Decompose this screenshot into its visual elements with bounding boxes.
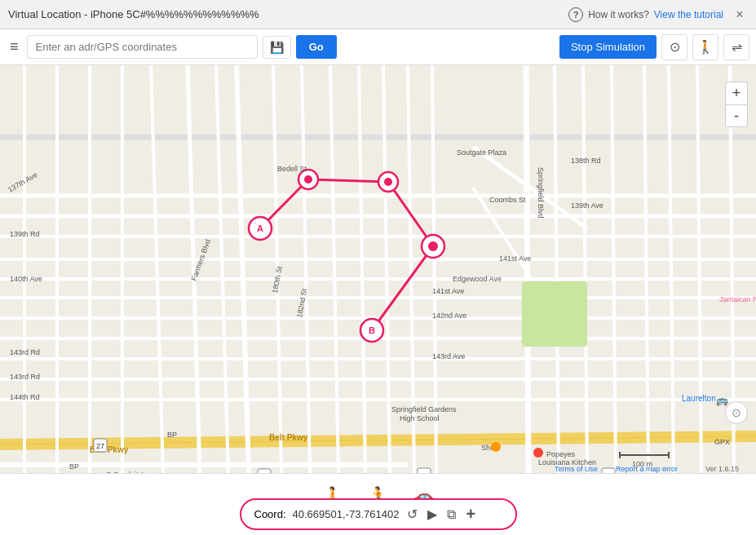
svg-text:144th Rd: 144th Rd [10, 393, 40, 401]
svg-text:Springfield Blvd: Springfield Blvd [537, 167, 545, 219]
coord-value: 40.669501,-73.761402 [293, 508, 400, 520]
svg-text:Soutgate Plaza: Soutgate Plaza [457, 148, 506, 157]
help-icon: ? [568, 7, 583, 22]
svg-text:143rd Rd: 143rd Rd [10, 348, 40, 356]
svg-point-95 [491, 442, 501, 452]
app-title: Virtual Location - iPhone 5C#%%%%%%%%%%%… [8, 8, 568, 20]
svg-rect-0 [0, 65, 756, 473]
svg-text:GPX: GPX [714, 438, 730, 446]
close-button[interactable]: × [732, 7, 748, 23]
svg-text:142nd Ave: 142nd Ave [432, 312, 466, 320]
map-container[interactable]: A B 137th Ave 139th Rd 140th Ave 143rd R… [0, 65, 756, 473]
go-button[interactable]: Go [296, 35, 337, 59]
zoom-in-button[interactable]: + [725, 82, 748, 104]
copy-button[interactable]: ⧉ [445, 506, 458, 524]
svg-text:Coombs St: Coombs St [489, 196, 526, 204]
svg-text:🚌: 🚌 [716, 394, 728, 406]
svg-text:Bedell St: Bedell St [277, 165, 307, 173]
svg-point-54 [384, 178, 392, 186]
svg-rect-42 [522, 281, 587, 347]
svg-text:Laurelton: Laurelton [682, 394, 716, 403]
coord-label: Coord: [254, 508, 286, 520]
svg-text:Springfield Gardens: Springfield Gardens [391, 405, 457, 413]
search-input[interactable] [27, 35, 258, 59]
svg-text:143rd Rd: 143rd Rd [10, 373, 40, 381]
svg-text:Edgewood Ave: Edgewood Ave [453, 275, 502, 283]
svg-text:Terms of Use: Terms of Use [555, 465, 598, 473]
svg-text:A: A [257, 223, 263, 233]
svg-text:140th Ave: 140th Ave [10, 275, 42, 283]
add-point-button[interactable]: + [464, 503, 477, 525]
svg-text:BP: BP [69, 462, 79, 471]
view-tutorial-link[interactable]: View the tutorial [654, 9, 723, 20]
svg-text:Jamaican R: Jamaican R [719, 295, 756, 303]
svg-text:141st Ave: 141st Ave [499, 254, 531, 263]
svg-text:Popeyes: Popeyes [546, 450, 576, 458]
undo-button[interactable]: ↺ [405, 505, 419, 524]
bottom-bar: 🚶 🏃 🚗 Speed: 1.40m/s 5.04km/h Coord: 40.… [0, 473, 756, 535]
svg-text:143rd Ave: 143rd Ave [432, 352, 465, 360]
svg-point-56 [428, 241, 438, 251]
svg-text:High School: High School [400, 414, 440, 422]
svg-text:141st Ave: 141st Ave [432, 287, 464, 295]
svg-point-98 [533, 448, 543, 458]
svg-point-52 [304, 175, 312, 183]
map-mode-dot-button[interactable]: ⊙ [661, 34, 687, 60]
svg-text:139th Ave: 139th Ave [571, 201, 603, 210]
toolbar: ≡ 💾 Go Stop Simulation ⊙ 🚶 ⇌ [0, 29, 756, 65]
svg-text:139th Rd: 139th Rd [10, 230, 40, 238]
save-button[interactable]: 💾 [263, 36, 291, 59]
zoom-controls: + - [725, 82, 748, 127]
menu-icon[interactable]: ≡ [7, 35, 22, 59]
play-button[interactable]: ▶ [426, 505, 439, 524]
stop-simulation-button[interactable]: Stop Simulation [559, 35, 657, 59]
map-mode-route-button[interactable]: ⇌ [723, 34, 749, 60]
svg-text:Belt Pkwy: Belt Pkwy [269, 433, 308, 442]
map-svg: A B 137th Ave 139th Rd 140th Ave 143rd R… [0, 65, 756, 473]
title-bar: Virtual Location - iPhone 5C#%%%%%%%%%%%… [0, 0, 756, 29]
svg-text:Report a map error: Report a map error [616, 465, 678, 473]
svg-text:BP: BP [167, 431, 177, 439]
help-section: ? How it works? View the tutorial [568, 7, 723, 22]
compass[interactable]: ⊙ [725, 401, 748, 424]
map-mode-walk-button[interactable]: 🚶 [692, 34, 718, 60]
zoom-out-button[interactable]: - [725, 104, 748, 127]
svg-text:27: 27 [96, 442, 104, 450]
svg-text:B: B [369, 325, 375, 335]
svg-text:Ver 1.6.15: Ver 1.6.15 [705, 465, 739, 473]
svg-text:138th Rd: 138th Rd [571, 157, 601, 165]
how-it-works-label: How it works? [588, 9, 649, 20]
coord-oval: Coord: 40.669501,-73.761402 ↺ ▶ ⧉ + [240, 498, 517, 530]
